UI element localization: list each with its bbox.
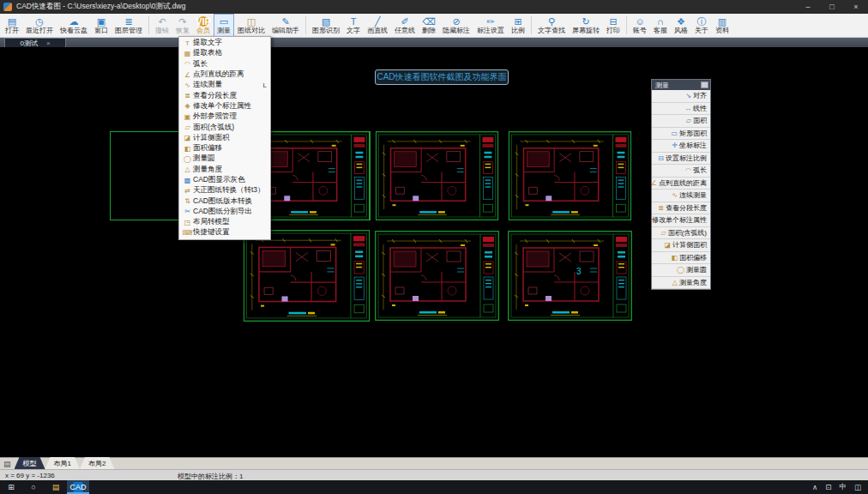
toolbar-hide-annotations[interactable]: ⊘ 隐藏标注	[439, 14, 473, 37]
toolbar-text-search[interactable]: ⚲ 文字查找	[534, 14, 569, 37]
menu-cad-gray[interactable]: ▩ CAD图显示灰色	[179, 175, 270, 185]
toolbar-delete[interactable]: ⌫ 删除	[419, 14, 439, 37]
menu-continuous-measure-shortcut: L	[260, 81, 267, 89]
menu-layout-to-model[interactable]: ◳ 布局转模型	[179, 217, 270, 227]
extract-table-icon: ▦	[182, 50, 193, 57]
menu-arc-length[interactable]: ◠ 弧长	[179, 59, 270, 69]
panel-area-offset[interactable]: ◧ 面积偏移	[652, 252, 710, 265]
menu-area-offset[interactable]: ◧ 面积偏移	[179, 143, 270, 154]
panel-set-scale[interactable]: ⊟ 设置标注比例	[652, 153, 710, 166]
maximize-button[interactable]: □	[820, 0, 844, 14]
toolbar-recent-open[interactable]: ◷ 最近打开	[22, 14, 57, 37]
layout-tab-1[interactable]: 布局1	[45, 457, 80, 469]
close-button[interactable]: ×	[844, 0, 868, 14]
panel-linear[interactable]: ↔ 线性	[652, 103, 710, 116]
panel-measure-angle[interactable]: △ 测量角度	[652, 277, 710, 290]
cad-app-button[interactable]: CAD	[67, 480, 89, 494]
toolbar-drawing-compare[interactable]: ◫ 图纸对比	[234, 14, 268, 37]
toolbar-resources[interactable]: ▥ 资料	[712, 14, 732, 37]
tray-misc[interactable]: ◫	[854, 483, 861, 491]
tray-show-hidden[interactable]: ∧	[812, 483, 817, 491]
toolbar-redo[interactable]: ↷ 恢复	[172, 14, 193, 37]
panel-side-area[interactable]: ◪ 计算侧面积	[652, 239, 710, 252]
toolbar-vip[interactable]: VIP 会员	[193, 14, 214, 37]
toolbar-measure[interactable]: ▭ 测量	[214, 14, 234, 37]
menu-segment-length[interactable]: ≣ 查看分段长度	[179, 90, 270, 100]
search-button[interactable]: ○	[22, 480, 45, 494]
toolbar-layer-manager[interactable]: ≣ 图层管理	[112, 14, 146, 37]
set-scale-icon: ⊟	[658, 154, 664, 162]
toolbar-draw-line[interactable]: ╱ 画直线	[364, 14, 391, 37]
layout-tabs: 模型 布局1 布局2	[15, 457, 115, 469]
toolbar-style[interactable]: ❖ 风格	[671, 14, 691, 37]
panel-area[interactable]: ▱ 面积	[652, 115, 710, 128]
toolbar-separator	[148, 16, 149, 34]
layout-tab-2[interactable]: 布局2	[80, 457, 114, 469]
tray-display[interactable]: ⊡	[825, 483, 831, 491]
version-convert-icon: ⇅	[182, 197, 193, 205]
toolbar-print[interactable]: ⊟ 打印	[603, 14, 624, 37]
toolbar-account[interactable]: ☺ 账号	[630, 14, 650, 37]
file-explorer-icon: ▤	[52, 480, 60, 494]
hotkey-settings-icon: ⌨	[182, 229, 193, 237]
panel-rect-area[interactable]: ▭ 矩形面积	[652, 128, 710, 141]
menu-version-convert[interactable]: ⇅ CAD图纸版本转换	[179, 196, 270, 206]
toolbar-open[interactable]: ▤ 打开	[2, 14, 22, 37]
panel-arc-length[interactable]: ◠ 弧长	[652, 165, 710, 178]
toolbar-window[interactable]: ▣ 窗口	[91, 14, 112, 37]
menu-xref-manager[interactable]: ▣ 外部参照管理	[179, 111, 270, 122]
toolbar-undo[interactable]: ↶ 撤销	[152, 14, 172, 37]
measure-panel-titlebar[interactable]: 测量	[652, 80, 710, 90]
panel-segment-length[interactable]: ≣ 查看分段长度	[652, 202, 710, 215]
layout-tab-model-label: 模型	[23, 460, 37, 467]
menu-t3-convert[interactable]: ⇄ 天正图纸转换（转t3）	[179, 185, 270, 196]
toolbar-scale[interactable]: ⊞ 比例	[508, 14, 528, 37]
panel-modify-annotation[interactable]: ◈ 修改单个标注属性	[652, 214, 710, 227]
toolbar-text[interactable]: T 文字	[343, 14, 364, 37]
panel-collapse-button[interactable]	[701, 81, 708, 88]
menu-measure-circle[interactable]: ◯ 测量圆	[179, 154, 270, 164]
toolbar-cloud-drive[interactable]: ☁ 快看云盘	[57, 14, 91, 37]
toolbar-about[interactable]: ⓘ 关于	[691, 14, 712, 37]
panel-continuous-measure[interactable]: ∿ 连续测量	[652, 190, 710, 202]
toolbar-edit-assistant[interactable]: ✎ 编辑助手	[268, 14, 303, 37]
panel-align[interactable]: ↘ 对齐	[652, 90, 710, 103]
panel-area-with-arc[interactable]: ▱ 面积(含弧线)	[652, 227, 710, 240]
layout-tab-model[interactable]: 模型	[15, 457, 45, 469]
drawing-canvas[interactable]: CAD快速看图软件截图及功能界面 3	[0, 47, 868, 457]
menu-split-export[interactable]: ✂ CAD图纸分割导出	[179, 207, 270, 217]
menu-hotkey-settings[interactable]: ⌨ 快捷键设置	[179, 227, 270, 238]
toolbar-free-line[interactable]: ✐ 任意线	[391, 14, 419, 37]
toolbar-shape-recognition[interactable]: ▧ 图形识别	[309, 14, 343, 37]
toolbar-screen-rotate[interactable]: ↻ 屏幕旋转	[569, 14, 603, 37]
straight-line-icon: ╱	[375, 16, 381, 27]
screen-rotate-icon: ↻	[582, 16, 589, 27]
toolbar-support[interactable]: ∩ 客服	[650, 14, 671, 37]
toolbar-print-label: 打印	[606, 27, 620, 34]
menu-extract-text[interactable]: T 提取文字	[179, 38, 270, 48]
toolbar-separator	[305, 16, 306, 34]
hide-annotation-icon: ⊘	[452, 16, 460, 27]
menu-area-with-arc[interactable]: ▱ 面积(含弧线)	[179, 122, 270, 132]
tray-input-method[interactable]: 中	[839, 482, 847, 492]
chevron-up-icon: ∧	[812, 483, 817, 491]
measure-angle-icon: △	[672, 279, 678, 286]
menu-modify-annotation[interactable]: ◈ 修改单个标注属性	[179, 101, 270, 111]
minimize-button[interactable]: –	[796, 0, 820, 14]
menu-extract-table[interactable]: ▦ 提取表格	[179, 48, 270, 58]
file-explorer-button[interactable]: ▤	[45, 480, 67, 494]
panel-point-line-distance[interactable]: ∠ 点到直线的距离	[652, 178, 710, 190]
panel-coordinate[interactable]: ✛ 坐标标注	[652, 140, 710, 153]
doc-tab-close-icon[interactable]: ×	[46, 39, 51, 47]
doc-tab-label: 0测试	[20, 39, 37, 48]
toolbar-annotation-settings[interactable]: ✏ 标注设置	[473, 14, 508, 37]
menu-continuous-measure[interactable]: ∿ 连续测量 L	[179, 80, 270, 90]
menu-side-area[interactable]: ◪ 计算侧面积	[179, 133, 270, 143]
toolbar-recent-open-label: 最近打开	[26, 27, 53, 34]
doc-tab-0test[interactable]: 0测试 ×	[4, 38, 66, 47]
menu-arc-length-label: 弧长	[193, 59, 208, 69]
start-button[interactable]: ⊞	[0, 480, 22, 494]
menu-point-line-distance[interactable]: ∠ 点到直线的距离	[179, 69, 270, 80]
panel-measure-circle[interactable]: ◯ 测量圆	[652, 264, 710, 277]
menu-measure-angle[interactable]: △ 测量角度	[179, 165, 270, 175]
